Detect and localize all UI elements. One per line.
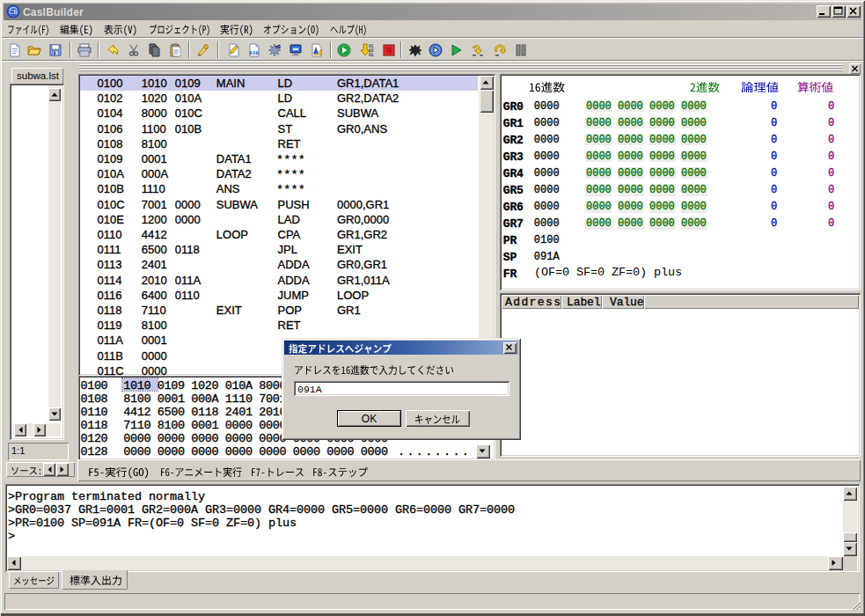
svg-text:010: 010 xyxy=(249,50,259,56)
svg-text:CB: CB xyxy=(9,9,18,15)
svg-text:01: 01 xyxy=(369,53,374,57)
